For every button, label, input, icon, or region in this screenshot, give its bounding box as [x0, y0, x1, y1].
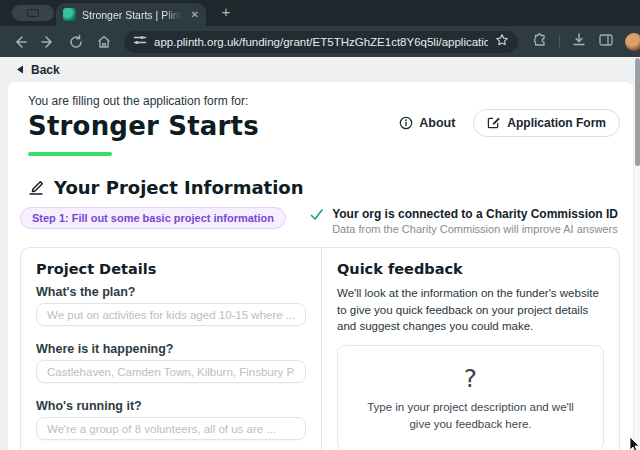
reload-icon[interactable] — [68, 34, 84, 50]
extensions-icon[interactable] — [532, 32, 548, 52]
about-button[interactable]: About — [399, 116, 455, 130]
info-icon — [399, 116, 413, 130]
mouse-cursor — [629, 437, 640, 450]
toolbar-actions: ⋮ — [532, 32, 640, 52]
profile-avatar[interactable] — [625, 33, 640, 51]
section-title: Your Project Information — [54, 177, 304, 198]
toolbar-divider — [559, 35, 560, 49]
screenshot: Stronger Starts | Plinth AI Gra ✕ + app.… — [0, 0, 640, 450]
application-page: You are filling out the application form… — [8, 82, 634, 450]
pencil-icon — [28, 180, 44, 196]
window-controls-icon — [27, 9, 39, 17]
page-scrollbar[interactable] — [633, 57, 640, 450]
team-input[interactable] — [36, 417, 306, 440]
scrollbar-thumb[interactable] — [635, 58, 640, 166]
plinth-favicon — [63, 8, 76, 21]
back-triangle-icon — [16, 65, 24, 74]
feedback-empty-state: ? Type in your project description and w… — [337, 345, 604, 450]
connected-subtitle: Data from the Charity Commission will im… — [332, 223, 618, 235]
back-button[interactable]: Back — [0, 57, 640, 82]
browser-tab-stronger-starts[interactable]: Stronger Starts | Plinth AI Gra ✕ — [56, 3, 206, 26]
charity-connected-status: Your org is connected to a Charity Commi… — [309, 207, 618, 235]
header-actions: About Application Form — [399, 109, 620, 137]
download-icon[interactable] — [571, 32, 587, 52]
accent-underline — [28, 152, 112, 156]
plan-input[interactable] — [36, 303, 306, 326]
quick-feedback-description: We'll look at the information on the fun… — [337, 285, 604, 335]
question-mark-icon: ? — [464, 364, 477, 393]
project-details-title: Project Details — [36, 261, 306, 277]
tab-close-icon[interactable]: ✕ — [191, 9, 199, 20]
form-panels: Project Details What's the plan? Where i… — [20, 247, 620, 450]
forward-nav-icon[interactable] — [40, 34, 56, 50]
url-text: app.plinth.org.uk/funding/grant/ET5THzGh… — [154, 36, 488, 48]
quick-feedback-title: Quick feedback — [337, 261, 604, 277]
new-tab-button[interactable]: + — [216, 2, 236, 22]
location-input[interactable] — [36, 360, 306, 383]
page-title: Stronger Starts — [28, 111, 259, 141]
bookmark-star-icon[interactable] — [495, 33, 509, 51]
application-form-button[interactable]: Application Form — [473, 109, 620, 137]
page-intro: You are filling out the application form… — [28, 94, 259, 108]
field-label-plan: What's the plan? — [36, 285, 306, 299]
connected-title: Your org is connected to a Charity Commi… — [332, 207, 618, 221]
side-panel-icon[interactable] — [598, 32, 614, 52]
section-header: Your Project Information — [28, 177, 620, 198]
address-bar[interactable]: app.plinth.org.uk/funding/grant/ET5THzGh… — [124, 31, 518, 53]
home-icon[interactable] — [96, 34, 112, 50]
back-nav-icon[interactable] — [12, 34, 28, 50]
check-icon — [309, 207, 324, 222]
browser-toolbar: app.plinth.org.uk/funding/grant/ET5THzGh… — [0, 26, 640, 57]
page-viewport: Back You are filling out the application… — [0, 57, 640, 450]
edit-icon — [487, 116, 500, 129]
site-settings-icon[interactable] — [133, 33, 147, 51]
quick-feedback-panel: Quick feedback We'll look at the informa… — [321, 248, 619, 450]
tab-title: Stronger Starts | Plinth AI Gra — [82, 9, 182, 21]
project-details-panel: Project Details What's the plan? Where i… — [21, 248, 321, 450]
field-label-who: Who's running it? — [36, 399, 306, 413]
step-badge: Step 1: Fill out some basic project info… — [20, 207, 286, 229]
field-label-where: Where is it happening? — [36, 342, 306, 356]
window-controls-pill[interactable] — [12, 5, 54, 21]
feedback-empty-text: Type in your project description and we'… — [356, 399, 585, 431]
browser-tabstrip: Stronger Starts | Plinth AI Gra ✕ + — [0, 0, 640, 26]
